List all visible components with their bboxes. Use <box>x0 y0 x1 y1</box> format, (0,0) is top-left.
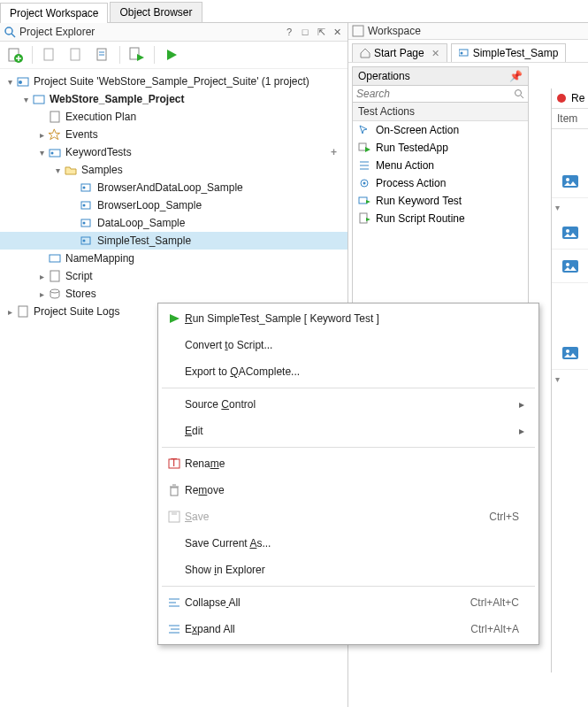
tree-execution-plan[interactable]: Execution Plan <box>0 108 347 126</box>
doc3-button[interactable] <box>93 45 112 65</box>
svg-marker-12 <box>137 54 144 61</box>
svg-line-37 <box>521 96 523 98</box>
menu-item-icon <box>164 312 185 325</box>
pin-icon[interactable]: 📌 <box>509 70 523 82</box>
search-input[interactable] <box>356 88 514 100</box>
context-menu-item[interactable]: Source Control▸ <box>158 391 538 418</box>
ops-item[interactable]: Process Action <box>353 174 528 192</box>
tab-project-workspace[interactable]: Project Workspace <box>0 3 108 23</box>
add-keyword-test-button[interactable]: + <box>331 146 342 158</box>
pin-button[interactable]: ⇱ <box>314 25 328 39</box>
doc2-button[interactable] <box>66 45 86 65</box>
svg-marker-18 <box>49 129 60 140</box>
svg-point-28 <box>83 240 86 242</box>
svg-rect-38 <box>359 143 366 150</box>
ops-item[interactable]: Run Keyword Test <box>353 192 528 210</box>
tree-kt-item[interactable]: BrowserAndDataLoop_Sample <box>0 179 347 196</box>
context-menu-item[interactable]: Export to QAComplete... <box>158 358 538 385</box>
context-menu-item[interactable]: Collapse AllCtrl+Alt+C <box>158 589 538 616</box>
operations-search[interactable] <box>353 86 528 103</box>
tree-script[interactable]: ▸Script <box>0 267 347 285</box>
context-menu-item[interactable]: Edit▸ <box>158 418 538 444</box>
svg-line-1 <box>11 34 15 37</box>
context-menu-item[interactable]: Expand AllCtrl+Alt+A <box>158 616 538 642</box>
cursor-icon <box>358 124 370 136</box>
tree-suite[interactable]: ▾ Project Suite 'WebStore_Sample_Project… <box>0 73 347 90</box>
context-menu-item[interactable]: Remove <box>158 477 538 503</box>
close-button[interactable]: ✕ <box>330 25 344 39</box>
chevron-right-icon[interactable]: ▸ <box>35 130 48 140</box>
chevron-down-icon[interactable]: ▾ <box>19 95 32 104</box>
search-icon[interactable] <box>4 26 16 38</box>
topbar-tabs: Project Workspace Object Browser <box>0 0 588 23</box>
context-menu-item[interactable]: Run SimpleTest_Sample [ Keyword Test ] <box>158 305 538 332</box>
run-button[interactable] <box>162 45 181 65</box>
doc1-button[interactable] <box>40 45 59 65</box>
tree-kt-item[interactable]: DataLoop_Sample <box>0 214 347 232</box>
chevron-right-icon[interactable]: ▸ <box>35 272 48 281</box>
new-item-button[interactable] <box>5 45 25 65</box>
re-image-cell[interactable] <box>552 336 588 370</box>
logs-icon <box>16 304 30 319</box>
project-explorer-header: Project Explorer ? □ ⇱ ✕ <box>0 23 347 42</box>
tree-keyword-tests[interactable]: ▾ KeywordTests + <box>0 143 347 161</box>
help-button[interactable]: ? <box>282 25 296 39</box>
ops-item[interactable]: Run Script Routine <box>353 210 528 227</box>
svg-point-22 <box>83 187 86 189</box>
svg-rect-30 <box>50 271 59 281</box>
operations-header: Operations 📌 <box>353 67 528 86</box>
svg-marker-13 <box>167 50 177 60</box>
menu-item-label: Remove <box>185 484 519 496</box>
context-menu-item[interactable]: Save Current As... <box>158 530 538 557</box>
ops-item[interactable]: Menu Action <box>353 157 528 174</box>
chevron-down-icon[interactable]: ▾ <box>552 198 588 216</box>
maximize-button[interactable]: □ <box>298 25 312 39</box>
chevron-down-icon[interactable]: ▾ <box>552 370 588 388</box>
svg-rect-29 <box>50 255 60 262</box>
context-menu-item[interactable]: Convert to Script... <box>158 332 538 358</box>
chevron-right-icon[interactable]: ▸ <box>4 307 16 317</box>
menu-item-icon <box>164 483 185 497</box>
mapping-icon <box>48 251 62 265</box>
kt-run-icon <box>358 195 370 207</box>
re-image-cell[interactable] <box>552 216 588 250</box>
chevron-right-icon[interactable]: ▸ <box>35 289 48 299</box>
svg-point-49 <box>557 94 566 103</box>
re-image-cell[interactable] <box>552 250 588 283</box>
context-menu-item[interactable]: Show in Explorer <box>158 557 538 583</box>
folder-open-icon <box>64 163 78 177</box>
ops-group-test-actions[interactable]: Test Actions <box>353 103 528 121</box>
tree-kt-item[interactable]: BrowserLoop_Sample <box>0 196 347 214</box>
ops-item[interactable]: Run TestedApp <box>353 139 528 157</box>
tab-start-page[interactable]: Start Page ✕ <box>352 43 447 62</box>
svg-marker-46 <box>366 200 370 204</box>
ops-item[interactable]: On-Screen Action <box>353 121 528 139</box>
close-icon[interactable]: ✕ <box>431 48 439 59</box>
tab-object-browser[interactable]: Object Browser <box>110 2 202 22</box>
menu-item-icon: T <box>164 457 185 471</box>
chevron-down-icon[interactable]: ▾ <box>4 77 16 87</box>
tree-samples-folder[interactable]: ▾ Samples <box>0 161 347 179</box>
tree-events[interactable]: ▸ Events <box>0 126 347 143</box>
record-icon <box>555 92 568 104</box>
svg-point-31 <box>50 289 59 293</box>
tree-stores[interactable]: ▸Stores <box>0 285 347 303</box>
menu-separator <box>162 388 535 388</box>
svg-marker-39 <box>365 147 370 152</box>
tree-kt-item-selected[interactable]: SimpleTest_Sample <box>0 232 347 250</box>
script-icon <box>48 269 62 283</box>
svg-text:T: T <box>171 457 178 469</box>
context-menu-item[interactable]: TRename <box>158 450 538 477</box>
search-icon[interactable] <box>514 88 524 99</box>
chevron-down-icon[interactable]: ▾ <box>51 165 64 175</box>
menu-item-label: Expand All <box>185 623 470 635</box>
menu-item-label: Rename <box>185 457 519 470</box>
tab-simpletest[interactable]: SimpleTest_Samp <box>451 43 567 62</box>
run-doc-button[interactable] <box>127 45 147 65</box>
chevron-down-icon[interactable]: ▾ <box>35 148 48 158</box>
menu-item-shortcut: Ctrl+S <box>489 511 519 523</box>
kt-icon <box>80 234 94 248</box>
tree-project[interactable]: ▾ WebStore_Sample_Project <box>0 90 347 108</box>
tree-name-mapping[interactable]: NameMapping <box>0 250 347 267</box>
re-image-cell[interactable] <box>552 165 588 198</box>
